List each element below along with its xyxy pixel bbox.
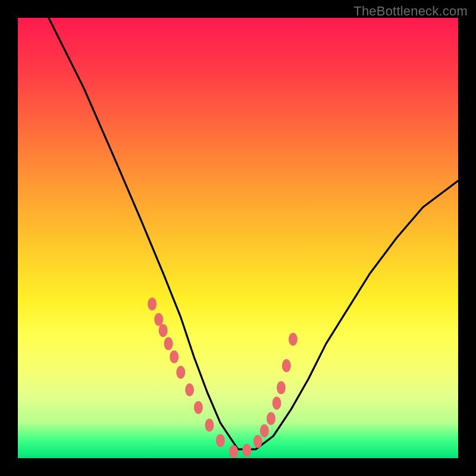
sample-point xyxy=(205,419,214,432)
chart-frame: TheBottleneck.com xyxy=(0,0,476,476)
sample-point xyxy=(289,333,298,346)
sample-point xyxy=(253,435,262,448)
plot-area xyxy=(18,18,458,458)
sample-point xyxy=(260,424,269,437)
sample-point xyxy=(154,313,163,326)
curve-layer xyxy=(18,18,458,458)
sample-point xyxy=(216,434,225,447)
sample-point xyxy=(277,381,286,394)
sample-point xyxy=(282,359,291,372)
sample-point xyxy=(229,445,238,458)
sample-point xyxy=(194,401,203,414)
sample-point xyxy=(148,298,156,311)
watermark-text: TheBottleneck.com xyxy=(353,4,468,19)
sample-point xyxy=(164,337,173,350)
sample-point xyxy=(159,324,168,337)
sample-point xyxy=(242,444,251,457)
sample-point xyxy=(267,412,275,425)
sample-point xyxy=(170,350,178,364)
bottleneck-curve-path xyxy=(49,18,458,449)
sample-point xyxy=(185,383,194,396)
sample-point xyxy=(176,366,185,379)
sample-point xyxy=(273,397,281,410)
